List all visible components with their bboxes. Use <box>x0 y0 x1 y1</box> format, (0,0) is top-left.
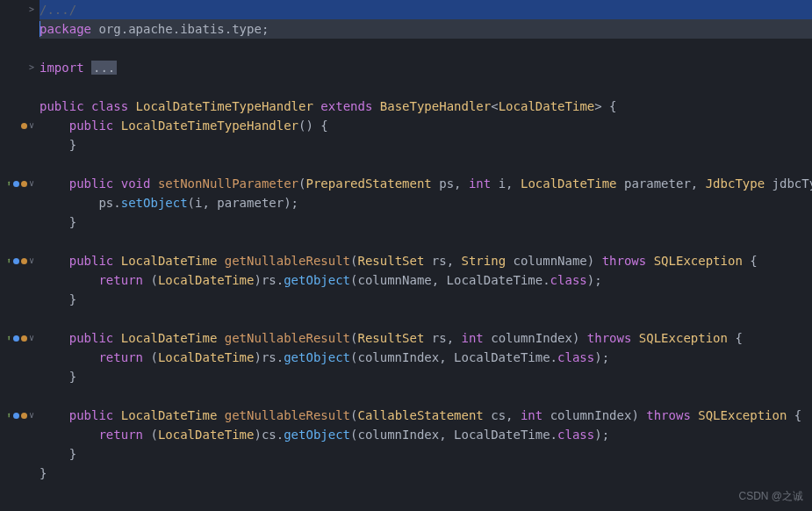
code-line[interactable]: } <box>40 444 812 464</box>
keyword: package <box>40 22 91 36</box>
marker-icon <box>21 258 27 264</box>
fold-collapsed-icon[interactable]: > <box>29 58 34 77</box>
fold-expanded-icon[interactable]: ∨ <box>29 251 34 270</box>
code-line[interactable]: public void setNonNullParameter(Prepared… <box>40 174 812 193</box>
implements-icon[interactable] <box>13 181 19 187</box>
code-area[interactable]: /.../ package org.apache.ibatis.type; im… <box>40 0 812 511</box>
code-line[interactable]: } <box>40 290 812 309</box>
method-name: getNullableResult <box>225 331 350 345</box>
code-line[interactable]: return (LocalDateTime)rs.getObject(colum… <box>40 348 812 367</box>
marker-icon <box>21 181 27 187</box>
code-line[interactable]: } <box>40 212 812 232</box>
package-name: org.apache.ibatis.type; <box>91 22 269 36</box>
code-line[interactable]: public class LocalDateTimeTypeHandler ex… <box>40 97 812 116</box>
code-line[interactable] <box>40 386 812 406</box>
gutter: > > ∨ ⬆∨ ⬆∨ ⬆∨ ⬆∨ <box>0 0 40 511</box>
code-line[interactable]: return (LocalDateTime)rs.getObject(colum… <box>40 270 812 290</box>
override-up-icon[interactable]: ⬆ <box>7 174 11 193</box>
method-name: getNullableResult <box>225 408 350 422</box>
code-line[interactable]: public LocalDateTimeTypeHandler() { <box>40 116 812 135</box>
code-line[interactable]: /.../ <box>40 0 812 19</box>
method-name: setNonNullParameter <box>158 176 298 191</box>
code-line[interactable]: } <box>40 367 812 386</box>
code-line[interactable]: } <box>40 464 812 483</box>
fold-expanded-icon[interactable]: ∨ <box>29 406 34 425</box>
cursor <box>40 21 40 37</box>
code-line[interactable]: import ... <box>40 58 812 77</box>
fold-expanded-icon[interactable]: ∨ <box>29 174 34 193</box>
marker-icon <box>21 123 27 129</box>
fold-expanded-icon[interactable]: ∨ <box>29 116 34 135</box>
keyword: import <box>40 61 84 75</box>
class-name: LocalDateTimeTypeHandler <box>136 99 313 113</box>
code-line[interactable]: public LocalDateTime getNullableResult(R… <box>40 251 812 270</box>
code-line[interactable] <box>40 155 812 174</box>
code-line[interactable] <box>40 309 812 328</box>
code-line[interactable]: package org.apache.ibatis.type; <box>40 19 812 39</box>
code-line[interactable]: public LocalDateTime getNullableResult(R… <box>40 328 812 348</box>
implements-icon[interactable] <box>13 258 19 264</box>
watermark: CSDN @之诚 <box>738 486 803 506</box>
code-line[interactable] <box>40 232 812 251</box>
fold-expanded-icon[interactable]: ∨ <box>29 328 34 348</box>
code-line[interactable] <box>40 39 812 58</box>
code-line[interactable]: } <box>40 135 812 155</box>
code-line[interactable] <box>40 77 812 97</box>
implements-icon[interactable] <box>13 413 19 419</box>
folded-comment[interactable]: /.../ <box>40 3 76 17</box>
marker-icon <box>21 335 27 342</box>
marker-icon <box>21 413 27 419</box>
code-line[interactable]: return (LocalDateTime)cs.getObject(colum… <box>40 425 812 444</box>
implements-icon[interactable] <box>13 335 19 342</box>
code-line[interactable]: public LocalDateTime getNullableResult(C… <box>40 406 812 425</box>
override-up-icon[interactable]: ⬆ <box>7 251 11 270</box>
method-name: getNullableResult <box>225 254 350 268</box>
override-up-icon[interactable]: ⬆ <box>7 328 11 348</box>
code-editor[interactable]: > > ∨ ⬆∨ ⬆∨ ⬆∨ ⬆∨ /.../ package org.apac… <box>0 0 812 511</box>
override-up-icon[interactable]: ⬆ <box>7 406 11 425</box>
fold-collapsed-icon[interactable]: > <box>29 0 34 19</box>
folded-imports[interactable]: ... <box>91 61 117 75</box>
code-line[interactable]: ps.setObject(i, parameter); <box>40 193 812 212</box>
constructor: LocalDateTimeTypeHandler <box>121 119 298 133</box>
